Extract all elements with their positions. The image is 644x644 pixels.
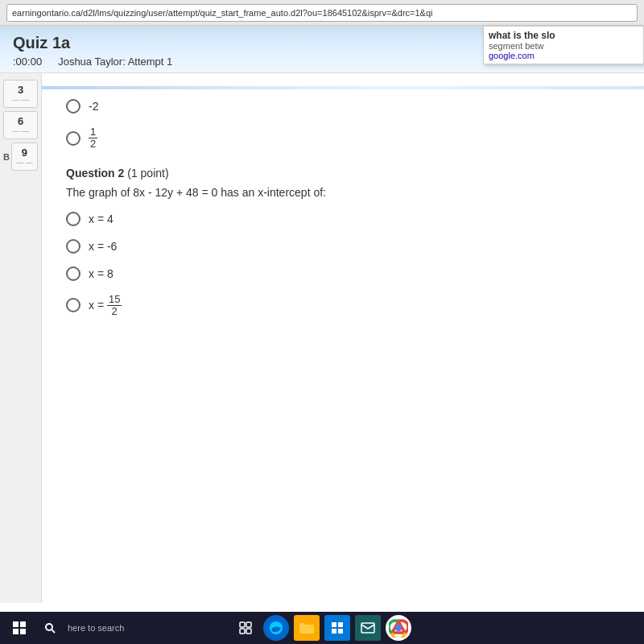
- sidebar-item-6[interactable]: 6 — —: [3, 111, 38, 139]
- radio-button[interactable]: [66, 99, 80, 114]
- question2-text: The graph of 8x - 12y + 48 = 0 has an x-…: [66, 186, 620, 199]
- task-view-icon[interactable]: [233, 615, 258, 641]
- option-label-neg2: -2: [89, 100, 98, 113]
- sidebar-item-9[interactable]: 9 — —: [11, 142, 38, 171]
- fraction-numerator: 1: [89, 126, 97, 138]
- answer-option: x = 15 2: [66, 294, 620, 318]
- autocomplete-line2: segment betw: [489, 41, 638, 51]
- autocomplete-source: google.com: [489, 51, 638, 60]
- content-area: 3 — — 6 — — B 9 — — -2: [0, 73, 644, 603]
- fraction-half: 1 2: [89, 126, 97, 151]
- svg-rect-6: [240, 622, 245, 627]
- svg-point-18: [395, 625, 402, 631]
- fraction-15over2: 15 2: [107, 294, 122, 318]
- mail-icon[interactable]: [355, 615, 381, 641]
- svg-rect-8: [240, 629, 245, 634]
- sidebar-item-3[interactable]: 3 — —: [3, 80, 38, 108]
- address-bar-text: earningontario.ca/d2l/lms/quizzing/user/…: [12, 8, 433, 18]
- svg-point-4: [46, 624, 52, 630]
- option-label-half: 1 2: [89, 126, 97, 151]
- store-icon[interactable]: [324, 615, 350, 641]
- question2-points: (1 point): [127, 167, 168, 180]
- svg-rect-15: [361, 623, 374, 633]
- svg-line-5: [52, 630, 56, 634]
- fraction-denominator: 2: [89, 138, 97, 150]
- svg-rect-2: [13, 629, 19, 634]
- sidebar-num-3: 3: [6, 84, 35, 96]
- taskbar-search-text[interactable]: here to search: [68, 623, 124, 633]
- quiz-page: Quiz 1a :00:00 Joshua Taylor: Attempt 1 …: [0, 26, 644, 612]
- option-label-x15over2: x = 15 2: [89, 294, 122, 318]
- radio-button[interactable]: [66, 239, 80, 254]
- answer-option: x = 8: [66, 266, 620, 281]
- svg-rect-3: [20, 629, 26, 634]
- option-label-x8: x = 8: [89, 267, 114, 280]
- question2-label: Question 2: [66, 167, 124, 180]
- answer-option: -2: [66, 99, 620, 114]
- option-label-x4: x = 4: [89, 213, 114, 225]
- sidebar-num-6: 6: [6, 115, 35, 127]
- folder-icon[interactable]: [294, 615, 320, 641]
- radio-button[interactable]: [66, 212, 80, 226]
- option-label-xneg6: x = -6: [89, 240, 117, 253]
- svg-rect-1: [20, 621, 26, 627]
- question2-block: Question 2 (1 point) The graph of 8x - 1…: [66, 167, 620, 318]
- taskbar-center-icons: [233, 615, 411, 641]
- windows-start-button[interactable]: [6, 615, 32, 641]
- svg-rect-14: [338, 629, 343, 634]
- fraction-denominator-2: 2: [110, 306, 119, 317]
- svg-rect-7: [246, 622, 251, 627]
- taskbar: here to search: [0, 612, 644, 644]
- address-bar[interactable]: earningontario.ca/d2l/lms/quizzing/user/…: [6, 4, 638, 22]
- radio-button[interactable]: [66, 131, 80, 146]
- chrome-icon[interactable]: [386, 615, 411, 641]
- sidebar-num-9: 9: [14, 147, 35, 159]
- autocomplete-popup: what is the slo segment betw google.com: [483, 26, 644, 64]
- sidebar-status-6: — —: [6, 127, 35, 135]
- answer-option: x = 4: [66, 212, 620, 226]
- quiz-attempt: Joshua Taylor: Attempt 1: [58, 56, 172, 68]
- autocomplete-line1: what is the slo: [489, 30, 638, 41]
- answer-option: x = -6: [66, 239, 620, 254]
- browser-chrome: earningontario.ca/d2l/lms/quizzing/user/…: [0, 0, 644, 26]
- svg-rect-13: [332, 629, 336, 634]
- sidebar-status-3: — —: [6, 96, 35, 104]
- search-icon[interactable]: [37, 615, 63, 641]
- fraction-numerator-15: 15: [107, 294, 122, 306]
- quiz-timer: :00:00: [13, 56, 42, 68]
- question-sidebar: 3 — — 6 — — B 9 — —: [0, 73, 42, 603]
- sidebar-status-9: — —: [14, 159, 35, 167]
- sidebar-letter-b: B: [3, 152, 10, 162]
- edge-icon[interactable]: [263, 615, 289, 641]
- answer-option: 1 2: [66, 126, 620, 151]
- svg-rect-11: [332, 622, 336, 627]
- svg-rect-12: [338, 622, 343, 627]
- question2-header: Question 2 (1 point): [66, 167, 620, 180]
- question1-block: -2 1 2: [66, 99, 620, 151]
- radio-button[interactable]: [66, 298, 80, 312]
- radio-button[interactable]: [66, 266, 80, 281]
- svg-rect-0: [13, 621, 19, 627]
- svg-rect-9: [246, 629, 251, 634]
- quiz-content: -2 1 2 Question 2 (1 poin: [42, 73, 644, 603]
